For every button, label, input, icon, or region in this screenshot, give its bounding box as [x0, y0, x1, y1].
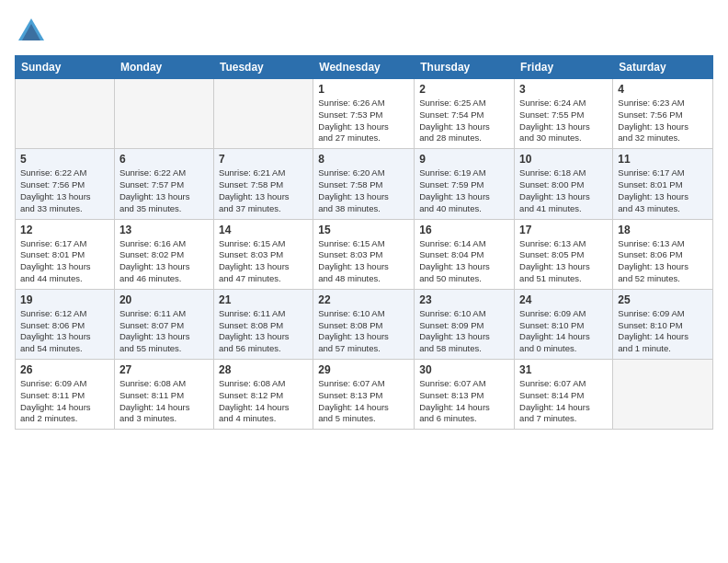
day-detail: Sunrise: 6:13 AM Sunset: 8:06 PM Dayligh… [618, 238, 708, 285]
calendar-week-row: 19Sunrise: 6:12 AM Sunset: 8:06 PM Dayli… [16, 289, 713, 359]
day-number: 11 [618, 153, 708, 166]
day-detail: Sunrise: 6:17 AM Sunset: 8:01 PM Dayligh… [20, 238, 109, 285]
day-detail: Sunrise: 6:22 AM Sunset: 7:57 PM Dayligh… [119, 167, 209, 214]
day-detail: Sunrise: 6:25 AM Sunset: 7:54 PM Dayligh… [419, 98, 509, 144]
page: SundayMondayTuesdayWednesdayThursdayFrid… [0, 0, 728, 563]
calendar-day-cell: 8Sunrise: 6:20 AM Sunset: 7:58 PM Daylig… [313, 149, 415, 219]
calendar-empty-cell [16, 79, 115, 149]
calendar-day-cell: 19Sunrise: 6:12 AM Sunset: 8:06 PM Dayli… [16, 289, 115, 359]
day-detail: Sunrise: 6:23 AM Sunset: 7:56 PM Dayligh… [618, 98, 708, 144]
day-detail: Sunrise: 6:10 AM Sunset: 8:08 PM Dayligh… [318, 308, 409, 355]
day-detail: Sunrise: 6:09 AM Sunset: 8:10 PM Dayligh… [519, 308, 608, 355]
day-number: 12 [20, 224, 109, 236]
day-number: 30 [419, 363, 509, 376]
day-detail: Sunrise: 6:08 AM Sunset: 8:12 PM Dayligh… [219, 378, 308, 425]
day-number: 5 [20, 153, 109, 166]
day-number: 18 [618, 224, 708, 236]
day-detail: Sunrise: 6:09 AM Sunset: 8:11 PM Dayligh… [20, 378, 109, 425]
calendar-day-cell: 28Sunrise: 6:08 AM Sunset: 8:12 PM Dayli… [213, 360, 313, 430]
calendar-day-cell: 22Sunrise: 6:10 AM Sunset: 8:08 PM Dayli… [313, 289, 415, 359]
day-detail: Sunrise: 6:24 AM Sunset: 7:55 PM Dayligh… [519, 98, 608, 144]
calendar-day-cell: 7Sunrise: 6:21 AM Sunset: 7:58 PM Daylig… [213, 149, 313, 219]
day-detail: Sunrise: 6:15 AM Sunset: 8:03 PM Dayligh… [219, 238, 308, 285]
calendar-day-cell: 18Sunrise: 6:13 AM Sunset: 8:06 PM Dayli… [613, 219, 713, 289]
day-detail: Sunrise: 6:16 AM Sunset: 8:02 PM Dayligh… [119, 238, 209, 285]
calendar-day-cell: 15Sunrise: 6:15 AM Sunset: 8:03 PM Dayli… [313, 219, 415, 289]
header [15, 15, 713, 48]
calendar-day-cell: 13Sunrise: 6:16 AM Sunset: 8:02 PM Dayli… [114, 219, 213, 289]
day-number: 14 [219, 224, 308, 236]
day-number: 24 [519, 293, 608, 306]
day-number: 29 [318, 363, 409, 376]
day-number: 13 [119, 224, 209, 236]
header-tuesday: Tuesday [213, 56, 313, 79]
day-detail: Sunrise: 6:22 AM Sunset: 7:56 PM Dayligh… [20, 167, 109, 214]
calendar-day-cell: 29Sunrise: 6:07 AM Sunset: 8:13 PM Dayli… [313, 360, 415, 430]
header-thursday: Thursday [415, 56, 515, 79]
calendar-day-cell: 23Sunrise: 6:10 AM Sunset: 8:09 PM Dayli… [415, 289, 515, 359]
calendar-empty-cell [213, 79, 313, 149]
day-number: 6 [119, 153, 209, 166]
day-detail: Sunrise: 6:12 AM Sunset: 8:06 PM Dayligh… [20, 308, 109, 355]
calendar-day-cell: 6Sunrise: 6:22 AM Sunset: 7:57 PM Daylig… [114, 149, 213, 219]
calendar-day-cell: 27Sunrise: 6:08 AM Sunset: 8:11 PM Dayli… [114, 360, 213, 430]
day-detail: Sunrise: 6:18 AM Sunset: 8:00 PM Dayligh… [519, 167, 608, 214]
calendar-day-cell: 4Sunrise: 6:23 AM Sunset: 7:56 PM Daylig… [613, 79, 713, 149]
day-number: 22 [318, 293, 409, 306]
calendar-day-cell: 30Sunrise: 6:07 AM Sunset: 8:13 PM Dayli… [415, 360, 515, 430]
day-detail: Sunrise: 6:26 AM Sunset: 7:53 PM Dayligh… [318, 98, 409, 144]
calendar-day-cell: 2Sunrise: 6:25 AM Sunset: 7:54 PM Daylig… [415, 79, 515, 149]
day-detail: Sunrise: 6:11 AM Sunset: 8:08 PM Dayligh… [219, 308, 308, 355]
day-number: 16 [419, 224, 509, 236]
day-detail: Sunrise: 6:07 AM Sunset: 8:13 PM Dayligh… [318, 378, 409, 425]
calendar-day-cell: 11Sunrise: 6:17 AM Sunset: 8:01 PM Dayli… [613, 149, 713, 219]
header-monday: Monday [114, 56, 213, 79]
calendar-day-cell: 12Sunrise: 6:17 AM Sunset: 8:01 PM Dayli… [16, 219, 115, 289]
calendar-week-row: 12Sunrise: 6:17 AM Sunset: 8:01 PM Dayli… [16, 219, 713, 289]
day-detail: Sunrise: 6:10 AM Sunset: 8:09 PM Dayligh… [419, 308, 509, 355]
calendar-day-cell: 17Sunrise: 6:13 AM Sunset: 8:05 PM Dayli… [515, 219, 613, 289]
day-number: 9 [419, 153, 509, 166]
day-number: 2 [419, 83, 509, 96]
calendar-empty-cell [613, 360, 713, 430]
day-detail: Sunrise: 6:11 AM Sunset: 8:07 PM Dayligh… [119, 308, 209, 355]
day-number: 10 [519, 153, 608, 166]
day-number: 31 [519, 363, 608, 376]
calendar-day-cell: 14Sunrise: 6:15 AM Sunset: 8:03 PM Dayli… [213, 219, 313, 289]
header-saturday: Saturday [613, 56, 713, 79]
day-number: 28 [219, 363, 308, 376]
calendar-day-cell: 20Sunrise: 6:11 AM Sunset: 8:07 PM Dayli… [114, 289, 213, 359]
day-detail: Sunrise: 6:15 AM Sunset: 8:03 PM Dayligh… [318, 238, 409, 285]
day-detail: Sunrise: 6:07 AM Sunset: 8:14 PM Dayligh… [519, 378, 608, 425]
day-detail: Sunrise: 6:14 AM Sunset: 8:04 PM Dayligh… [419, 238, 509, 285]
day-detail: Sunrise: 6:19 AM Sunset: 7:59 PM Dayligh… [419, 167, 509, 214]
logo [15, 15, 51, 48]
day-number: 15 [318, 224, 409, 236]
calendar-header-row: SundayMondayTuesdayWednesdayThursdayFrid… [16, 56, 713, 79]
day-number: 19 [20, 293, 109, 306]
calendar-day-cell: 9Sunrise: 6:19 AM Sunset: 7:59 PM Daylig… [415, 149, 515, 219]
calendar-table: SundayMondayTuesdayWednesdayThursdayFrid… [15, 55, 713, 430]
header-friday: Friday [515, 56, 613, 79]
calendar-day-cell: 24Sunrise: 6:09 AM Sunset: 8:10 PM Dayli… [515, 289, 613, 359]
day-number: 4 [618, 83, 708, 96]
day-number: 23 [419, 293, 509, 306]
calendar-day-cell: 5Sunrise: 6:22 AM Sunset: 7:56 PM Daylig… [16, 149, 115, 219]
day-detail: Sunrise: 6:09 AM Sunset: 8:10 PM Dayligh… [618, 308, 708, 355]
day-number: 8 [318, 153, 409, 166]
calendar-day-cell: 3Sunrise: 6:24 AM Sunset: 7:55 PM Daylig… [515, 79, 613, 149]
calendar-week-row: 1Sunrise: 6:26 AM Sunset: 7:53 PM Daylig… [16, 79, 713, 149]
header-sunday: Sunday [16, 56, 115, 79]
calendar-week-row: 26Sunrise: 6:09 AM Sunset: 8:11 PM Dayli… [16, 360, 713, 430]
day-number: 21 [219, 293, 308, 306]
day-number: 7 [219, 153, 308, 166]
day-detail: Sunrise: 6:21 AM Sunset: 7:58 PM Dayligh… [219, 167, 308, 214]
day-number: 26 [20, 363, 109, 376]
calendar-day-cell: 25Sunrise: 6:09 AM Sunset: 8:10 PM Dayli… [613, 289, 713, 359]
day-number: 3 [519, 83, 608, 96]
day-number: 27 [119, 363, 209, 376]
calendar-day-cell: 26Sunrise: 6:09 AM Sunset: 8:11 PM Dayli… [16, 360, 115, 430]
day-number: 17 [519, 224, 608, 236]
calendar-empty-cell [114, 79, 213, 149]
calendar-week-row: 5Sunrise: 6:22 AM Sunset: 7:56 PM Daylig… [16, 149, 713, 219]
